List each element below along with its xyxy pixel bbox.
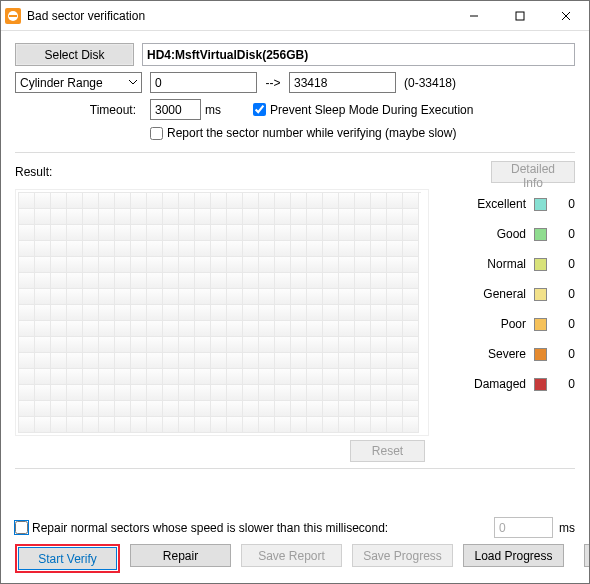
sector-cell <box>35 241 51 257</box>
report-sector-checkbox[interactable]: Report the sector number while verifying… <box>150 126 456 140</box>
sector-cell <box>35 273 51 289</box>
sector-cell <box>291 305 307 321</box>
start-verify-button[interactable]: Start Verify <box>18 547 117 570</box>
range-from-input[interactable] <box>150 72 257 93</box>
sector-cell <box>403 337 419 353</box>
window-controls <box>451 1 589 30</box>
sector-cell <box>147 273 163 289</box>
sector-cell <box>371 401 387 417</box>
legend-count: 0 <box>555 227 575 241</box>
sector-cell <box>403 417 419 433</box>
sector-cell <box>275 209 291 225</box>
sector-cell <box>291 337 307 353</box>
sector-cell <box>307 257 323 273</box>
sector-cell <box>83 289 99 305</box>
sector-cell <box>51 353 67 369</box>
report-sector-input[interactable] <box>150 127 163 140</box>
sector-cell <box>35 209 51 225</box>
sector-cell <box>371 385 387 401</box>
sector-cell <box>163 353 179 369</box>
save-report-button: Save Report <box>241 544 342 567</box>
sector-cell <box>67 209 83 225</box>
sector-cell <box>275 321 291 337</box>
sector-cell <box>131 273 147 289</box>
load-progress-button[interactable]: Load Progress <box>463 544 564 567</box>
legend-normal: Normal0 <box>441 257 575 271</box>
sector-cell <box>355 305 371 321</box>
legend-swatch <box>534 258 547 271</box>
exit-button[interactable]: Exit <box>584 544 590 567</box>
legend-excellent: Excellent0 <box>441 197 575 211</box>
prevent-sleep-checkbox[interactable]: Prevent Sleep Mode During Execution <box>253 103 473 117</box>
sector-cell <box>211 225 227 241</box>
sector-cell <box>291 417 307 433</box>
sector-cell <box>211 241 227 257</box>
sector-cell <box>19 369 35 385</box>
report-sector-text: Report the sector number while verifying… <box>167 126 456 140</box>
repair-button[interactable]: Repair <box>130 544 231 567</box>
divider-2 <box>15 468 575 469</box>
sector-cell <box>51 401 67 417</box>
sector-cell <box>147 193 163 209</box>
sector-cell <box>387 321 403 337</box>
sector-cell <box>387 193 403 209</box>
sector-cell <box>307 321 323 337</box>
prevent-sleep-input[interactable] <box>253 103 266 116</box>
sector-cell <box>259 257 275 273</box>
sector-cell <box>147 337 163 353</box>
sector-cell <box>291 385 307 401</box>
sector-cell <box>339 353 355 369</box>
sector-cell <box>339 289 355 305</box>
sector-cell <box>387 289 403 305</box>
sector-cell <box>99 417 115 433</box>
sector-cell <box>19 241 35 257</box>
legend-count: 0 <box>555 377 575 391</box>
sector-cell <box>99 305 115 321</box>
sector-cell <box>99 321 115 337</box>
sector-cell <box>307 401 323 417</box>
close-button[interactable] <box>543 1 589 30</box>
minimize-button[interactable] <box>451 1 497 30</box>
sector-cell <box>323 289 339 305</box>
sector-cell <box>243 305 259 321</box>
range-type-combo[interactable]: Cylinder Range <box>15 72 142 93</box>
sector-cell <box>275 369 291 385</box>
sector-cell <box>19 417 35 433</box>
sector-cell <box>403 401 419 417</box>
maximize-button[interactable] <box>497 1 543 30</box>
legend-label: Poor <box>441 317 526 331</box>
legend-severe: Severe0 <box>441 347 575 361</box>
sector-cell <box>403 289 419 305</box>
sector-cell <box>403 369 419 385</box>
sector-cell <box>243 257 259 273</box>
repair-slower-input[interactable] <box>15 521 28 534</box>
sector-cell <box>131 257 147 273</box>
sector-cell <box>51 337 67 353</box>
sector-cell <box>211 273 227 289</box>
sector-cell <box>179 305 195 321</box>
sector-cell <box>307 353 323 369</box>
sector-cell <box>35 321 51 337</box>
sector-cell <box>387 257 403 273</box>
sector-cell <box>227 225 243 241</box>
sector-cell <box>259 273 275 289</box>
sector-cell <box>35 401 51 417</box>
sector-cell <box>339 305 355 321</box>
legend-count: 0 <box>555 287 575 301</box>
select-disk-button[interactable]: Select Disk <box>15 43 134 66</box>
sector-cell <box>35 225 51 241</box>
sector-cell <box>131 369 147 385</box>
sector-cell <box>147 257 163 273</box>
repair-slower-checkbox[interactable]: Repair normal sectors whose speed is slo… <box>15 521 494 535</box>
sector-cell <box>83 257 99 273</box>
sector-cell <box>227 401 243 417</box>
sector-cell <box>163 369 179 385</box>
range-to-input[interactable] <box>289 72 396 93</box>
sector-cell <box>371 193 387 209</box>
timeout-input[interactable] <box>150 99 201 120</box>
sector-cell <box>179 257 195 273</box>
sector-cell <box>115 401 131 417</box>
sector-cell <box>211 257 227 273</box>
sector-cell <box>99 241 115 257</box>
sector-cell <box>243 225 259 241</box>
